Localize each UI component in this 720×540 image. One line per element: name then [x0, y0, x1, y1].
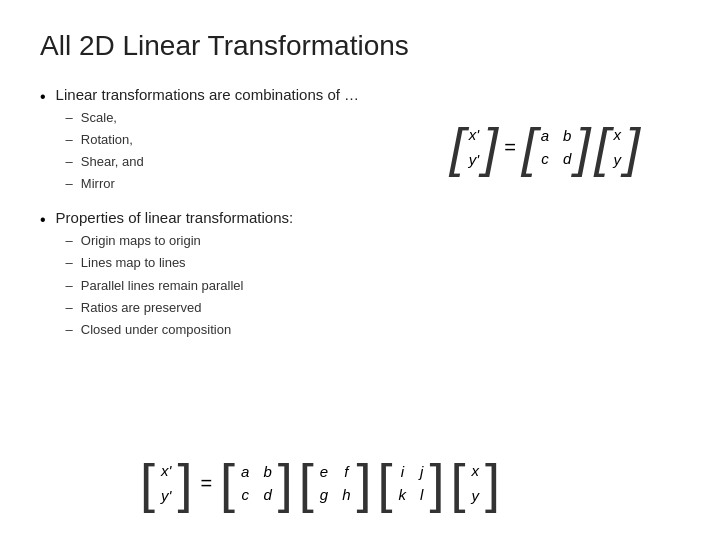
- bottom-rhs-vec: x y: [471, 462, 479, 504]
- bracket-left-rhs: [: [594, 120, 609, 174]
- list-item-parallel: Parallel lines remain parallel: [66, 275, 680, 297]
- bracket-right-lhs: ]: [483, 120, 498, 174]
- page-title: All 2D Linear Transformations: [40, 30, 680, 62]
- list-item-lines: Lines map to lines: [66, 252, 680, 274]
- bullet-2-list: Origin maps to origin Lines map to lines…: [56, 230, 680, 340]
- bracket-right-mat: ]: [575, 120, 590, 174]
- bottom-mat-abcd: a b c d: [241, 463, 272, 503]
- matrix-abcd: a b c d: [541, 127, 572, 167]
- bracket-left-lhs: [: [450, 120, 465, 174]
- bottom-equals: =: [200, 472, 212, 495]
- lhs-vector: x' y': [469, 126, 479, 168]
- top-matrix-formula: [ x' y' ] = [ a b c d ] [ x y ]: [450, 120, 640, 174]
- list-item-ratios: Ratios are preserved: [66, 297, 680, 319]
- bottom-lhs-vec: x' y': [161, 462, 171, 504]
- bullet-section-2: • Properties of linear transformations: …: [40, 209, 680, 340]
- bottom-matrix-formula: [ x' y' ] = [ a b c d ] [ e f g h ] [ i …: [140, 456, 500, 510]
- bullet-2-dot: •: [40, 211, 46, 229]
- rhs-vector: x y: [613, 126, 621, 168]
- bullet-2-title: Properties of linear transformations:: [56, 209, 680, 226]
- bullet-2-body: Properties of linear transformations: Or…: [56, 209, 680, 340]
- bracket-left-mat: [: [522, 120, 537, 174]
- bottom-mat-ijkl: i j k l: [399, 463, 424, 503]
- bullet-1-title: Linear transformations are combinations …: [56, 86, 680, 103]
- bracket-right-rhs: ]: [625, 120, 640, 174]
- bullet-1-dot: •: [40, 88, 46, 106]
- equals-sign: =: [504, 136, 516, 159]
- list-item-composition: Closed under composition: [66, 319, 680, 341]
- list-item-origin: Origin maps to origin: [66, 230, 680, 252]
- bottom-mat-efgh: e f g h: [320, 463, 351, 503]
